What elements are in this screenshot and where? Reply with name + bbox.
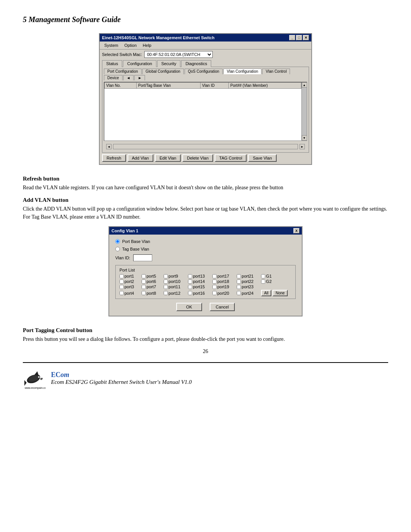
delete-vlan-button[interactable]: Delete Vlan bbox=[182, 154, 213, 162]
port-list-group: Port List port1 port5 port9 port13 port1… bbox=[115, 265, 296, 299]
subtab-vlan-config[interactable]: Vlan Configuration bbox=[223, 69, 261, 74]
port-base-radio[interactable] bbox=[115, 239, 120, 244]
subtab-scroll-left[interactable]: ◄ bbox=[123, 75, 134, 80]
menu-help[interactable]: Help bbox=[140, 42, 155, 48]
col-vlan-no: Vlan No. bbox=[105, 83, 137, 89]
add-vlan-section-title: Add VLAN button bbox=[23, 197, 388, 203]
menu-bar: System Option Help bbox=[100, 42, 311, 50]
port18-checkbox[interactable] bbox=[212, 280, 217, 284]
port5-label: port5 bbox=[147, 274, 156, 278]
scroll-track bbox=[302, 88, 307, 135]
port18-label: port18 bbox=[217, 279, 229, 284]
vlan-table-wrapper: Vlan No. Port/Tag Base Vlan Vlan ID Port… bbox=[104, 82, 307, 141]
refresh-button[interactable]: Refresh bbox=[102, 154, 126, 162]
port3-checkbox[interactable] bbox=[119, 285, 124, 289]
none-button[interactable]: None bbox=[272, 290, 288, 296]
tag-base-radio[interactable] bbox=[115, 247, 120, 251]
port11-checkbox[interactable] bbox=[164, 285, 168, 289]
G2-checkbox[interactable] bbox=[261, 280, 265, 284]
subtabs: Port Configuration Global Configuration … bbox=[104, 69, 307, 80]
close-button[interactable]: ✕ bbox=[303, 35, 309, 40]
subtab-device[interactable]: Device bbox=[104, 75, 123, 80]
port8-checkbox[interactable] bbox=[142, 291, 146, 295]
port-item-port17: port17 bbox=[212, 274, 233, 278]
subtab-qos-config[interactable]: QoS Configuration bbox=[185, 69, 223, 74]
tag-control-button[interactable]: TAG Control bbox=[215, 154, 247, 162]
port4-checkbox[interactable] bbox=[119, 291, 124, 295]
minimize-button[interactable]: _ bbox=[289, 35, 295, 40]
refresh-section-title: Refresh button bbox=[23, 176, 388, 182]
config-vlan-dialog: Config Vlan 1 X Port Base Vlan Tag Base … bbox=[108, 226, 303, 316]
ecom-brand: EC bbox=[51, 371, 61, 379]
hscroll-left-btn[interactable]: ◄ bbox=[106, 144, 112, 149]
port13-checkbox[interactable] bbox=[188, 274, 192, 278]
switch-mac-row: Selected Switch Mac: 00:4F:52:01:02:0A (… bbox=[100, 50, 311, 59]
port21-checkbox[interactable] bbox=[237, 274, 241, 278]
port-base-label: Port Base Vlan bbox=[122, 239, 150, 244]
maximize-button[interactable]: □ bbox=[296, 35, 302, 40]
port-item-port23: port23 bbox=[237, 284, 257, 289]
port-tagging-section-text: Press this button you will see a dialog … bbox=[23, 335, 388, 343]
vlan-id-label: Vlan ID: bbox=[115, 256, 130, 260]
svg-text:www.ecompain.com: www.ecompain.com bbox=[24, 387, 46, 390]
tab-status[interactable]: Status bbox=[102, 60, 122, 67]
config-close-button[interactable]: X bbox=[293, 228, 299, 233]
port1-checkbox[interactable] bbox=[119, 274, 124, 278]
all-button[interactable]: All bbox=[261, 290, 271, 296]
port15-checkbox[interactable] bbox=[188, 285, 192, 289]
add-vlan-section: Add VLAN button Click the ADD VLAN butto… bbox=[23, 197, 388, 221]
port10-checkbox[interactable] bbox=[164, 280, 168, 284]
port7-label: port7 bbox=[147, 284, 156, 289]
port3-label: port3 bbox=[124, 284, 134, 289]
port19-checkbox[interactable] bbox=[212, 285, 217, 289]
port16-checkbox[interactable] bbox=[188, 291, 192, 295]
port11-label: port11 bbox=[169, 284, 180, 289]
save-vlan-button[interactable]: Save Vlan bbox=[248, 154, 276, 162]
switch-mac-select[interactable]: 00:4F:52:01:02:0A (SWITCH bbox=[144, 51, 213, 58]
port6-checkbox[interactable] bbox=[142, 280, 146, 284]
scroll-up-btn[interactable]: ▲ bbox=[302, 82, 307, 88]
port12-checkbox[interactable] bbox=[164, 291, 168, 295]
port23-checkbox[interactable] bbox=[237, 285, 241, 289]
port14-checkbox[interactable] bbox=[188, 280, 192, 284]
add-vlan-button[interactable]: Add Vlan bbox=[127, 154, 154, 162]
horizontal-scrollbar[interactable] bbox=[113, 144, 298, 149]
port-list-legend: Port List bbox=[119, 268, 292, 272]
port22-checkbox[interactable] bbox=[237, 280, 241, 284]
subtab-vlan-control[interactable]: Vlan Control bbox=[262, 69, 290, 74]
ok-button[interactable]: OK bbox=[176, 303, 202, 311]
port24-checkbox[interactable] bbox=[237, 291, 241, 295]
refresh-section: Refresh button Read the VLAN table regis… bbox=[23, 176, 388, 192]
config-dialog-titlebar: Config Vlan 1 X bbox=[109, 227, 302, 235]
menu-option[interactable]: Option bbox=[121, 42, 140, 48]
cancel-button[interactable]: Cancel bbox=[210, 303, 235, 311]
col-port-member: Port## (Vlan Member) bbox=[229, 83, 301, 89]
port6-label: port6 bbox=[147, 279, 156, 284]
hscroll-right-btn[interactable]: ► bbox=[299, 144, 305, 149]
edit-vlan-button[interactable]: Edit Vlan bbox=[155, 154, 181, 162]
port2-checkbox[interactable] bbox=[119, 280, 124, 284]
port9-checkbox[interactable] bbox=[164, 274, 168, 278]
subtab-port-config[interactable]: Port Configuration bbox=[104, 69, 142, 74]
subtab-global-config[interactable]: Global Configuration bbox=[142, 69, 184, 74]
main-dialog-title: Einet-12HS40SGL Network Management Ether… bbox=[102, 35, 215, 40]
subtab-scroll-right[interactable]: ► bbox=[134, 75, 145, 80]
scroll-down-btn[interactable]: ▼ bbox=[302, 135, 307, 141]
table-scroll-area: Vlan No. Port/Tag Base Vlan Vlan ID Port… bbox=[104, 82, 301, 141]
port20-checkbox[interactable] bbox=[212, 291, 217, 295]
port-item-port19: port19 bbox=[212, 284, 233, 289]
col-vlan-id: Vlan ID bbox=[201, 83, 229, 89]
vertical-scrollbar[interactable]: ▲ ▼ bbox=[301, 82, 307, 141]
tab-configuration[interactable]: Configuration bbox=[123, 60, 156, 67]
G1-checkbox[interactable] bbox=[261, 274, 265, 278]
port-item-port12: port12 bbox=[164, 290, 184, 296]
vlan-id-input[interactable] bbox=[133, 254, 152, 261]
port5-checkbox[interactable] bbox=[142, 274, 146, 278]
port17-checkbox[interactable] bbox=[212, 274, 217, 278]
port20-label: port20 bbox=[217, 291, 229, 296]
port7-checkbox[interactable] bbox=[142, 285, 146, 289]
tab-diagnostics[interactable]: Diagnostics bbox=[181, 60, 211, 67]
menu-system[interactable]: System bbox=[101, 42, 121, 48]
tab-security[interactable]: Security bbox=[157, 60, 181, 67]
port-item-port2: port2 bbox=[119, 279, 138, 284]
